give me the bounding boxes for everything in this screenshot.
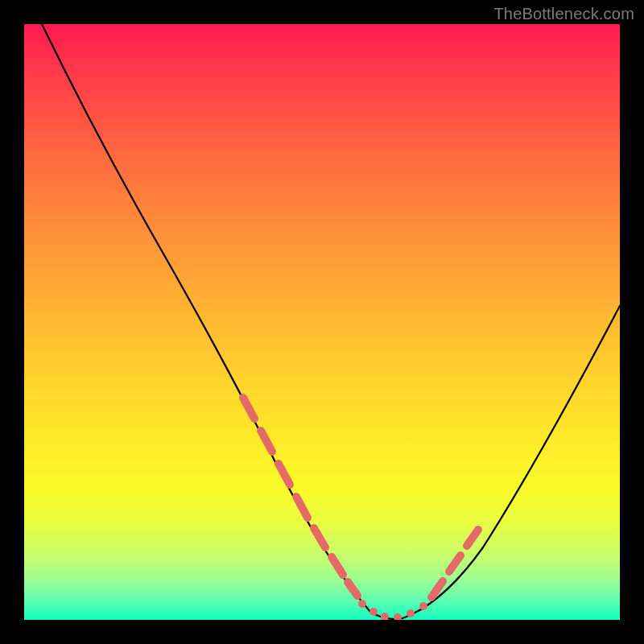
left-salmon-overlay [243, 398, 357, 596]
svg-line-15 [467, 530, 478, 546]
curve-layer [24, 24, 620, 620]
svg-point-7 [358, 600, 366, 608]
svg-line-6 [348, 582, 357, 596]
svg-point-8 [369, 608, 378, 616]
svg-point-11 [407, 609, 415, 617]
svg-point-9 [381, 613, 389, 620]
svg-line-2 [279, 464, 290, 485]
svg-point-10 [394, 613, 402, 620]
svg-line-1 [261, 431, 272, 452]
svg-line-14 [449, 555, 460, 572]
svg-point-12 [419, 602, 427, 610]
plot-area [24, 24, 620, 620]
svg-line-5 [332, 557, 343, 575]
main-curve [42, 24, 620, 619]
chart-frame: TheBottleneck.com [0, 0, 644, 644]
svg-line-3 [296, 497, 308, 518]
svg-line-0 [243, 398, 254, 419]
attribution-label: TheBottleneck.com [493, 5, 634, 23]
svg-line-4 [314, 528, 325, 547]
